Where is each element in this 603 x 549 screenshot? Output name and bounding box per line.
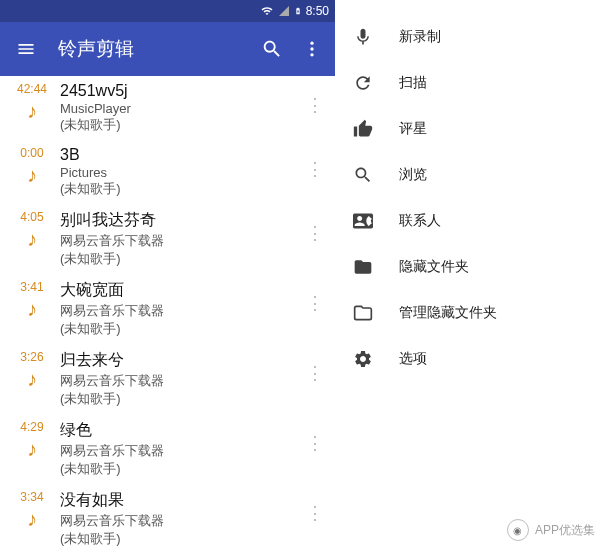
track-title: 归去来兮 [60,350,303,371]
menu-label: 浏览 [399,166,427,184]
track-title: 3B [60,146,303,164]
track-source: Pictures [60,165,303,180]
track-more-button[interactable]: ⋮ [303,420,327,454]
left-phone: 8:50 铃声剪辑 42:44♪ 2451wv5jMusicPlayer(未知歌… [0,0,335,549]
track-duration: 4:05 [20,210,43,224]
svg-point-1 [310,47,313,50]
refresh-icon [353,73,389,93]
menu-label: 评星 [399,120,427,138]
folder-open-icon [353,303,389,323]
menu-label: 新录制 [399,28,441,46]
track-artist: (未知歌手) [60,320,303,338]
track-more-button[interactable]: ⋮ [303,490,327,524]
wechat-icon: ◉ [507,519,529,541]
app-bar: 铃声剪辑 [0,22,335,76]
track-duration: 0:00 [20,146,43,160]
track-more-button[interactable]: ⋮ [303,350,327,384]
menu-item-record[interactable]: 新录制 [335,14,603,60]
track-more-button[interactable]: ⋮ [303,82,327,116]
track-source: 网易云音乐下载器 [60,372,303,390]
track-more-button[interactable]: ⋮ [303,280,327,314]
track-title: 别叫我达芬奇 [60,210,303,231]
track-artist: (未知歌手) [60,460,303,478]
track-source: 网易云音乐下载器 [60,232,303,250]
track-row[interactable]: 4:29♪ 绿色网易云音乐下载器(未知歌手) ⋮ [0,414,335,484]
menu-list: 新录制 扫描 评星 浏览 联系人 隐藏文件夹 管理隐藏文件夹 选项 [335,0,603,382]
gear-icon [353,349,389,369]
track-artist: (未知歌手) [60,116,303,134]
status-bar: 8:50 [0,0,335,22]
menu-label: 扫描 [399,74,427,92]
menu-item-rate[interactable]: 评星 [335,106,603,152]
track-list[interactable]: 42:44♪ 2451wv5jMusicPlayer(未知歌手) ⋮ 0:00♪… [0,76,335,549]
folder-icon [353,257,389,277]
track-row[interactable]: 42:44♪ 2451wv5jMusicPlayer(未知歌手) ⋮ [0,76,335,140]
track-artist: (未知歌手) [60,390,303,408]
contacts-icon [353,211,389,231]
track-row[interactable]: 3:26♪ 归去来兮网易云音乐下载器(未知歌手) ⋮ [0,344,335,414]
wifi-icon [260,5,274,17]
menu-label: 管理隐藏文件夹 [399,304,497,322]
right-menu-panel: 新录制 扫描 评星 浏览 联系人 隐藏文件夹 管理隐藏文件夹 选项 [335,0,603,549]
track-more-button[interactable]: ⋮ [303,146,327,180]
menu-item-hidden-folder[interactable]: 隐藏文件夹 [335,244,603,290]
app-title: 铃声剪辑 [58,36,261,62]
menu-item-contacts[interactable]: 联系人 [335,198,603,244]
overflow-menu-button[interactable] [301,38,323,60]
hamburger-button[interactable] [12,39,40,59]
track-row[interactable]: 0:00♪ 3BPictures(未知歌手) ⋮ [0,140,335,204]
track-title: 2451wv5j [60,82,303,100]
thumb-up-icon [353,119,389,139]
watermark-text: APP优选集 [535,522,595,539]
menu-item-manage-hidden[interactable]: 管理隐藏文件夹 [335,290,603,336]
mic-icon [353,27,389,47]
menu-label: 选项 [399,350,427,368]
menu-label: 联系人 [399,212,441,230]
music-note-icon: ♪ [27,508,37,531]
track-duration: 3:34 [20,490,43,504]
svg-point-2 [310,53,313,56]
music-note-icon: ♪ [27,164,37,187]
search-button[interactable] [261,38,283,60]
music-note-icon: ♪ [27,368,37,391]
menu-label: 隐藏文件夹 [399,258,469,276]
music-note-icon: ♪ [27,100,37,123]
search-icon [353,165,389,185]
track-artist: (未知歌手) [60,250,303,268]
track-duration: 3:41 [20,280,43,294]
track-artist: (未知歌手) [60,180,303,198]
menu-item-scan[interactable]: 扫描 [335,60,603,106]
music-note-icon: ♪ [27,438,37,461]
track-duration: 3:26 [20,350,43,364]
menu-item-browse[interactable]: 浏览 [335,152,603,198]
track-more-button[interactable]: ⋮ [303,210,327,244]
track-source: 网易云音乐下载器 [60,512,303,530]
track-source: 网易云音乐下载器 [60,442,303,460]
track-duration: 4:29 [20,420,43,434]
track-row[interactable]: 3:41♪ 大碗宽面网易云音乐下载器(未知歌手) ⋮ [0,274,335,344]
status-time: 8:50 [306,4,329,18]
track-source: 网易云音乐下载器 [60,302,303,320]
music-note-icon: ♪ [27,298,37,321]
track-title: 没有如果 [60,490,303,511]
track-artist: (未知歌手) [60,530,303,548]
track-row[interactable]: 3:34♪ 没有如果网易云音乐下载器(未知歌手) ⋮ [0,484,335,549]
track-source: MusicPlayer [60,101,303,116]
track-row[interactable]: 4:05♪ 别叫我达芬奇网易云音乐下载器(未知歌手) ⋮ [0,204,335,274]
watermark: ◉ APP优选集 [507,519,595,541]
signal-icon [278,5,290,17]
track-title: 大碗宽面 [60,280,303,301]
music-note-icon: ♪ [27,228,37,251]
battery-icon [294,4,302,18]
track-title: 绿色 [60,420,303,441]
track-duration: 42:44 [17,82,47,96]
menu-item-options[interactable]: 选项 [335,336,603,382]
svg-point-0 [310,42,313,45]
